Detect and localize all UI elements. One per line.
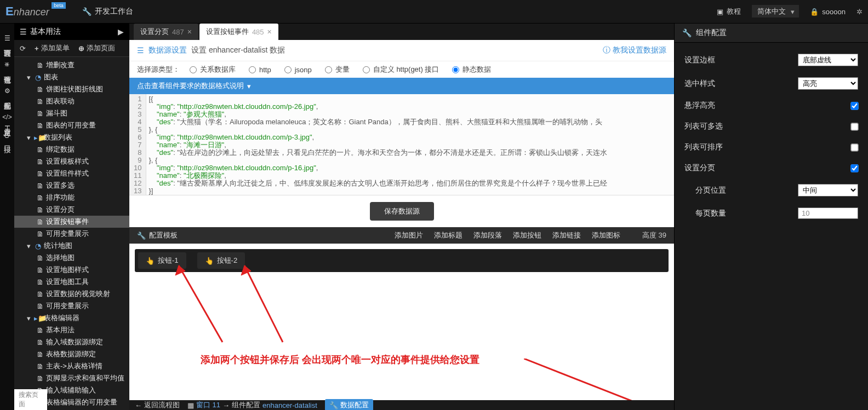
data-config-button[interactable]: 🔧 数据配置	[325, 399, 373, 410]
source-type-row: 选择源类型： 关系数据库 http jsonp 变量 自定义 http(get)…	[129, 61, 674, 78]
hover-checkbox[interactable]	[850, 102, 858, 109]
vert-http-api[interactable]: </>自定义 Http 接口	[2, 113, 12, 140]
source-type-option[interactable]: 变量	[325, 65, 350, 74]
main-panel: ☰ 数据源设置 设置 enhancer-datalist 数据 ⓘ 教我设置数据…	[129, 40, 674, 410]
tree-item[interactable]: 🗎图表联动	[14, 95, 129, 107]
tree-item[interactable]: 🗎选择地图	[14, 252, 129, 264]
close-icon[interactable]: ×	[267, 27, 272, 36]
template-action[interactable]: 添加段落	[473, 230, 502, 240]
svg-line-2	[244, 265, 283, 342]
tree-item[interactable]: 🗎设置分页	[14, 204, 129, 216]
help-link[interactable]: ⓘ 教我设置数据源	[603, 45, 666, 55]
tutorial-link[interactable]: ▣ 教程	[717, 7, 741, 16]
window-link[interactable]: 窗口 11	[196, 400, 220, 410]
vert-role-mgmt[interactable]: ⛯角色管理	[2, 61, 12, 71]
source-type-option[interactable]: 静态数据	[452, 65, 491, 74]
save-datasource-button[interactable]: 保存数据源	[370, 202, 434, 221]
info-icon: ⓘ	[603, 45, 610, 55]
search-input[interactable]: 搜索页面	[14, 389, 47, 410]
close-icon[interactable]: ×	[187, 27, 192, 36]
tree-item[interactable]: 🗎可用变量展示	[14, 300, 129, 312]
vert-global-conf[interactable]: ⚙全局配置	[2, 87, 12, 97]
tree-item[interactable]: 🗎设置地图工具	[14, 276, 129, 288]
source-type-label: 选择源类型：	[137, 65, 180, 74]
lock-icon: 🔒	[810, 8, 819, 16]
prop-hover-label: 悬浮高亮	[684, 101, 715, 111]
template-action[interactable]: 添加按钮	[513, 230, 541, 240]
prop-sort-label: 列表可排序	[684, 142, 723, 152]
tree-item[interactable]: 🗎设置数据的视觉映射	[14, 288, 129, 300]
paging-checkbox[interactable]	[850, 164, 858, 172]
tree-item[interactable]: 🗎页脚显示求和值和平均值	[14, 372, 129, 384]
workbench-link[interactable]: 🔧 开发工作台	[82, 7, 133, 16]
template-action[interactable]: 添加标题	[434, 230, 462, 240]
template-toolbar: 🔧 配置模板 添加图片添加标题添加段落添加按钮添加链接添加图标 高度 39	[129, 227, 674, 244]
sel-style-select[interactable]: 高亮	[798, 77, 858, 90]
tree-item[interactable]: ▾▸📁数据列表	[14, 131, 129, 143]
code-content[interactable]: [{ "img": "http://oz98nwten.bkt.clouddn.…	[146, 94, 674, 195]
sort-checkbox[interactable]	[850, 143, 858, 151]
tree-item[interactable]: 🗎可用变量展示	[14, 228, 129, 240]
tab-settings-paging[interactable]: 设置分页487 ×	[134, 24, 198, 40]
component-name-link[interactable]: enhancer-datalist	[262, 401, 317, 409]
template-action[interactable]: 添加图片	[395, 230, 423, 240]
tree-item[interactable]: 🗎设置按钮事件	[14, 216, 129, 228]
template-action[interactable]: 添加图标	[592, 230, 620, 240]
height-value: 39	[659, 231, 666, 239]
source-type-option[interactable]: 关系数据库	[190, 65, 236, 74]
tree-item[interactable]: 🗎输入域数据源绑定	[14, 336, 129, 348]
page-pos-select[interactable]: 中间	[798, 184, 858, 197]
format-hint-banner[interactable]: 点击查看组件要求的数据格式说明 ▾	[129, 78, 674, 94]
tree-item[interactable]: 🗎设置模板样式	[14, 155, 129, 168]
svg-line-0	[179, 265, 222, 342]
right-panel: 🔧 组件配置 设置边框 底部虚线 选中样式 高亮 悬浮高亮 列表可多选 列表可排…	[674, 24, 868, 410]
prop-pagesize-label: 每页数量	[695, 209, 726, 218]
tree-item[interactable]: 🗎漏斗图	[14, 107, 129, 119]
tree-item[interactable]: 🗎设置组件样式	[14, 168, 129, 180]
vert-page-mgmt[interactable]: ☰页面管理	[2, 34, 12, 44]
tree-item[interactable]: 🗎设置多选	[14, 180, 129, 192]
line-gutter: 12345678910111213	[129, 94, 146, 195]
pointer-icon: 👆	[146, 257, 155, 265]
beta-badge: beta	[52, 2, 66, 9]
tree-item[interactable]: ▾◔图表	[14, 71, 129, 83]
tree-item[interactable]: 🗎增删改查	[14, 59, 129, 71]
tree-item[interactable]: 🗎饼图柱状图折线图	[14, 83, 129, 95]
tree-item[interactable]: ▾▸📁表格编辑器	[14, 312, 129, 324]
tree-item[interactable]: ▾◔统计地图	[14, 240, 129, 252]
prop-selstyle-label: 选中样式	[684, 79, 715, 89]
language-select[interactable]: 简体中文	[752, 5, 799, 18]
source-type-option[interactable]: jsonp	[284, 65, 312, 74]
menu-icon[interactable]: ☰	[20, 27, 27, 36]
settings-icon[interactable]: ✲	[856, 8, 863, 16]
datasource-title: 设置 enhancer-datalist 数据	[191, 45, 285, 55]
border-select[interactable]: 底部虚线	[798, 54, 858, 66]
tree-item[interactable]: 🗎图表的可用变量	[14, 119, 129, 131]
book-icon: ▣	[717, 8, 723, 16]
annotation-arrow	[168, 260, 233, 348]
tree-item[interactable]: 🗎表格数据源绑定	[14, 348, 129, 360]
refresh-icon[interactable]: ⟳	[20, 44, 26, 53]
sidebar-header: ☰ 基本用法 ▶	[14, 24, 129, 40]
page-size-input[interactable]	[798, 207, 858, 219]
code-editor[interactable]: 12345678910111213 [{ "img": "http://oz98…	[129, 94, 674, 195]
multi-checkbox[interactable]	[850, 123, 858, 130]
source-type-option[interactable]: 自定义 http(get) 接口	[363, 65, 439, 74]
back-link[interactable]: ← 返回流程图	[135, 400, 180, 410]
tree-item[interactable]: 🗎设置地图样式	[14, 264, 129, 276]
tab-button-events[interactable]: 设置按钮事件485 ×	[199, 24, 278, 40]
user-menu[interactable]: 🔒 soooon	[810, 8, 846, 16]
tree-item[interactable]: 🗎主表->从表格详情	[14, 360, 129, 372]
source-type-option[interactable]: http	[249, 65, 271, 74]
add-page-button[interactable]: ⊕添加页面	[78, 43, 115, 53]
datasource-settings-link[interactable]: 数据源设置	[149, 45, 187, 55]
wrench-icon: 🔧	[82, 7, 92, 16]
tree-item[interactable]: 🗎排序功能	[14, 192, 129, 204]
sidebar-tree: 🗎增删改查▾◔图表🗎饼图柱状图折线图🗎图表联动🗎漏斗图🗎图表的可用变量▾▸📁数据…	[14, 57, 129, 410]
tree-item[interactable]: 🗎绑定数据	[14, 143, 129, 155]
play-icon[interactable]: ▶	[118, 27, 124, 36]
add-menu-button[interactable]: +添加菜单	[35, 43, 70, 53]
template-action[interactable]: 添加链接	[552, 230, 581, 240]
template-canvas: 👆 按钮-1 👆 按钮-2 添加两个按钮并保存后 会出现两个唯一对应的事件提供给…	[129, 244, 674, 410]
tree-item[interactable]: 🗎基本用法	[14, 324, 129, 336]
